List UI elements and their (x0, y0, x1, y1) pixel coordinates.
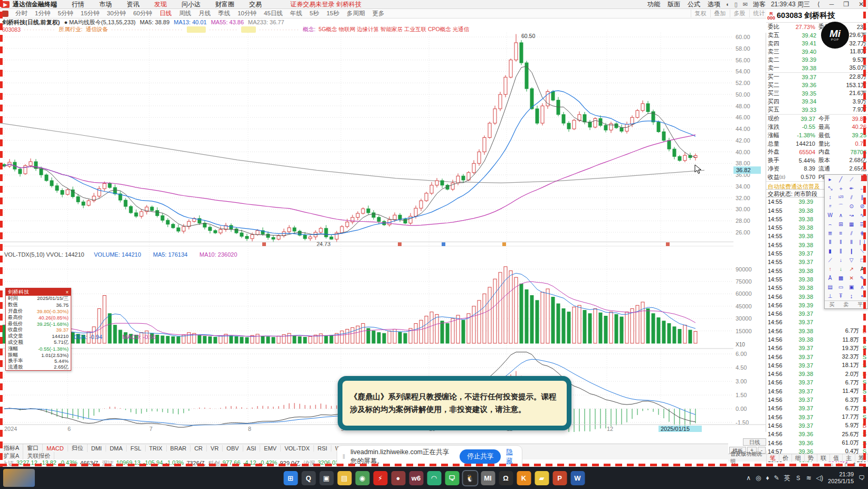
menu-item-资讯[interactable]: 资讯 (119, 0, 147, 9)
phone-icon[interactable]: ▯ (735, 1, 738, 8)
guest-label[interactable]: 游客 (753, 0, 766, 9)
headset-icon[interactable]: ◖ (726, 1, 729, 7)
palette-买[interactable]: 买 (825, 301, 839, 308)
period-15秒[interactable]: 15秒 (323, 10, 343, 17)
strip-tab-联[interactable]: 联 (817, 454, 830, 462)
bid-row[interactable]: 买二39.36153.1万 (766, 81, 868, 89)
hide-link[interactable]: 隐藏 (506, 448, 517, 466)
strip-tab-价[interactable]: 价 (779, 454, 792, 462)
strip-tab-值[interactable]: 值 (830, 454, 843, 462)
taskbar-wb-icon[interactable]: w6 (409, 471, 423, 485)
tab-指标A[interactable]: 指标A (0, 444, 23, 452)
time-sales-row[interactable]: 14:5639.3811.8万S (766, 335, 868, 344)
period-季线[interactable]: 季线 (214, 10, 234, 17)
period-5秒[interactable]: 5秒 (306, 10, 323, 17)
draw-tool-22[interactable]: ▦ (846, 220, 857, 229)
bid-row[interactable]: 买一39.3722.8万 (766, 73, 868, 81)
time-sales-row[interactable]: 14:5639.375.9万B (766, 421, 868, 430)
draw-tool-41[interactable]: ↓ (835, 265, 846, 274)
ask-row[interactable]: 卖五39.4229.6万 (766, 31, 868, 40)
tab-BRAR[interactable]: BRAR (167, 445, 191, 452)
ext-tab-扩展A[interactable]: 扩展A (0, 452, 23, 460)
period-多周期[interactable]: 多周期 (343, 10, 369, 17)
draw-tool-42[interactable]: ↗ (846, 265, 857, 274)
tab-OBV[interactable]: OBV (223, 445, 243, 452)
draw-tool-1[interactable]: ╱ (835, 175, 846, 184)
period-1分钟[interactable]: 1分钟 (31, 10, 54, 17)
draw-tool-48[interactable]: ▤ (825, 283, 835, 291)
draw-tool-50[interactable]: ▣ (846, 283, 857, 291)
draw-tool-0[interactable]: ▸ (825, 175, 835, 184)
period-45日线[interactable]: 45日线 (260, 10, 287, 17)
strip-tab-细[interactable]: 细 (792, 454, 805, 462)
draw-tool-30[interactable]: ⫴ (846, 238, 857, 247)
period-分时[interactable]: 分时 (12, 10, 31, 17)
period-日线[interactable]: 日线 (156, 10, 175, 17)
draw-tool-28[interactable]: Ⅱ (825, 238, 835, 247)
taskbar-task-view-icon[interactable]: ▣ (319, 471, 333, 485)
tab-TRIX[interactable]: TRIX (146, 445, 167, 452)
period-周线[interactable]: 周线 (175, 10, 195, 17)
taskbar-cam-icon[interactable]: Ω (499, 471, 513, 485)
taskbar-kingsoft-icon[interactable]: K (517, 471, 531, 485)
collapse-button[interactable]: ⟨ (815, 1, 822, 8)
draw-tool-45[interactable]: ▩ (835, 274, 846, 283)
tray-icon-2[interactable]: ♦ (766, 474, 769, 482)
draw-tool-4[interactable]: ⤡ (825, 184, 835, 193)
period-selector-dayline[interactable]: 日线 (743, 438, 766, 446)
draw-tool-13[interactable]: ⌒ (835, 202, 846, 211)
kline-data-popup[interactable]: 剑桥科技 × 时间2025/01/15/三数值36.75开盘价39.80(-0.… (5, 288, 71, 371)
taskbar-explorer-icon[interactable]: ▤ (337, 471, 351, 485)
period-10分钟[interactable]: 10分钟 (234, 10, 260, 17)
period-30分钟[interactable]: 30分钟 (103, 10, 130, 17)
tray-clock[interactable]: 21:392025/1/15 (828, 471, 854, 485)
menu-选项[interactable]: 选项 (708, 0, 720, 9)
tab-FSL[interactable]: FSL (127, 445, 145, 452)
draw-tool-38[interactable]: ▽ (846, 256, 857, 265)
time-sales-row[interactable]: 14:5639.376.7万S (766, 378, 868, 387)
tray-notifications-icon[interactable]: 🗨 (859, 474, 865, 482)
concept-list[interactable]: 5G概念 物联网 边缘计算 智能家居 工业互联 CPO概念 光通信 (319, 26, 469, 33)
taskbar-start-icon[interactable]: ⊞ (283, 471, 298, 485)
draw-tool-10[interactable]: ⫽ (846, 193, 857, 202)
tab-EMV[interactable]: EMV (260, 445, 281, 452)
period-5分钟[interactable]: 5分钟 (54, 10, 77, 17)
menu-版面[interactable]: 版面 (667, 0, 680, 9)
popup-header[interactable]: 剑桥科技 × (6, 288, 71, 296)
time-sales-row[interactable]: 14:5639.3711.4万S (766, 387, 868, 396)
bid-row[interactable]: 买四39.343.9万 (766, 98, 868, 106)
taskbar-qq-icon[interactable]: 🐧 (463, 471, 477, 485)
tab-MACD[interactable]: MACD (43, 445, 68, 452)
draw-tool-18[interactable]: ↝ (846, 211, 857, 220)
ext-tab-关联报价[interactable]: 关联报价 (23, 452, 54, 460)
draw-tool-49[interactable]: ▭ (835, 283, 846, 291)
bid-row[interactable]: 买五39.337.9万 (766, 106, 868, 114)
draw-tool-53[interactable]: Ŧ (835, 291, 846, 300)
draw-tool-9[interactable]: ¹²³ (835, 193, 846, 202)
tray-icon-0[interactable]: ∧ (746, 474, 751, 482)
taskbar-wechat-icon[interactable]: 🗨 (445, 471, 459, 485)
draw-tool-8[interactable]: ↕ (825, 193, 835, 202)
time-sales-row[interactable]: 14:5639.3732.3万S (766, 352, 868, 361)
draw-tool-24[interactable]: ≣ (825, 229, 835, 238)
bid-row[interactable]: 买三39.3521.6万 (766, 89, 868, 98)
taskbar-search-icon[interactable]: Q (301, 471, 316, 485)
taskbar-tdx-icon[interactable]: ⚡ (373, 471, 387, 485)
draw-tool-54[interactable]: ↨ (846, 291, 857, 300)
menu-item-财富圈[interactable]: 财富圈 (208, 0, 242, 9)
strip-tab-势[interactable]: 势 (805, 454, 817, 462)
draw-tool-21[interactable]: ⊞ (835, 220, 846, 229)
taskbar-word-icon[interactable]: W (570, 471, 585, 485)
time-sales-row[interactable]: 14:5639.3717.7万S (766, 413, 868, 421)
time-sales-row[interactable]: 14:5639.386.7万B (766, 327, 868, 335)
period-15分钟[interactable]: 15分钟 (77, 10, 103, 17)
chart-mode-icon[interactable] (2, 11, 8, 17)
weather-widget[interactable] (3, 469, 35, 487)
tab-VOL-TDX[interactable]: VOL-TDX (281, 445, 314, 452)
draw-tool-5[interactable]: ＋ (835, 184, 846, 193)
tray-icon-1[interactable]: ◎ (756, 474, 761, 482)
time-sales-row[interactable]: 14:5639.376.7万S (766, 404, 868, 412)
menu-item-行情[interactable]: 行情 (64, 0, 92, 9)
period-月线[interactable]: 月线 (195, 10, 214, 17)
time-sales-row[interactable]: 14:5639.3719.3万S (766, 344, 868, 352)
